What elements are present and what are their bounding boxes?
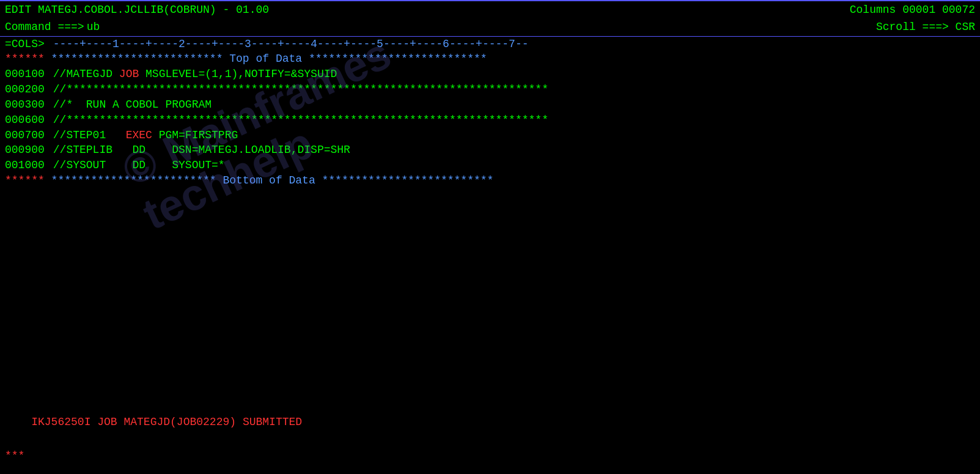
line-000200: 000200 //*******************************… (0, 82, 980, 97)
line-000900: 000900 //STEPLIB DD DSN=MATEGJ.LOADLIB,D… (0, 143, 980, 158)
scroll-label: Scroll ===> CSR (876, 20, 975, 34)
header-right: Columns 00001 00072 (850, 2, 975, 17)
linenum-000700: 000700 (5, 128, 46, 143)
command-line[interactable]: Command ===> ub Scroll ===> CSR (0, 18, 980, 36)
line-num-stars-bottom: ****** (5, 173, 45, 188)
cols-label: =COLS> (5, 37, 46, 52)
line-000600: 000600 //*******************************… (0, 113, 980, 128)
line-001000: 001000 //SYSOUT DD SYSOUT=* (0, 158, 980, 173)
command-label: Command ===> (5, 20, 84, 34)
linenum-000200: 000200 (5, 82, 46, 97)
linenum-001000: 001000 (5, 158, 46, 173)
command-input[interactable]: ub (87, 20, 100, 34)
header-line: EDIT MATEGJ.COBOL.JCLLIB(COBRUN) - 01.00… (0, 1, 980, 18)
linenum-000600: 000600 (5, 113, 46, 128)
bottom-message: IKJ56250I JOB MATEGJD(JOB02229) SUBMITTE… (5, 400, 302, 445)
linenum-000900: 000900 (5, 143, 46, 158)
linenum-000300: 000300 (5, 97, 46, 113)
header-left: EDIT MATEGJ.COBOL.JCLLIB(COBRUN) - 01.00 (5, 2, 269, 17)
top-of-data-line: ****** ************************** Top of… (0, 51, 980, 67)
line-000300: 000300 //* RUN A COBOL PROGRAM (0, 97, 980, 113)
linenum-000100: 000100 (5, 67, 46, 82)
ikj-message: IKJ56250I JOB MATEGJD(JOB02229) SUBMITTE… (31, 416, 302, 428)
content-area: =COLS> ----+----1----+----2----+----3---… (0, 37, 980, 188)
bottom-stars: *** (5, 448, 24, 463)
line-000100: 000100 //MATEGJD JOB MSGLEVEL=(1,1),NOTI… (0, 67, 980, 82)
cols-line: =COLS> ----+----1----+----2----+----3---… (0, 37, 980, 52)
bottom-of-data-line: ****** ************************* Bottom … (0, 173, 980, 188)
line-000700: 000700 //STEP01 EXEC PGM=FIRSTPRG (0, 128, 980, 143)
line-num-stars-top: ****** (5, 51, 45, 67)
screen: EDIT MATEGJ.COBOL.JCLLIB(COBRUN) - 01.00… (0, 0, 980, 474)
